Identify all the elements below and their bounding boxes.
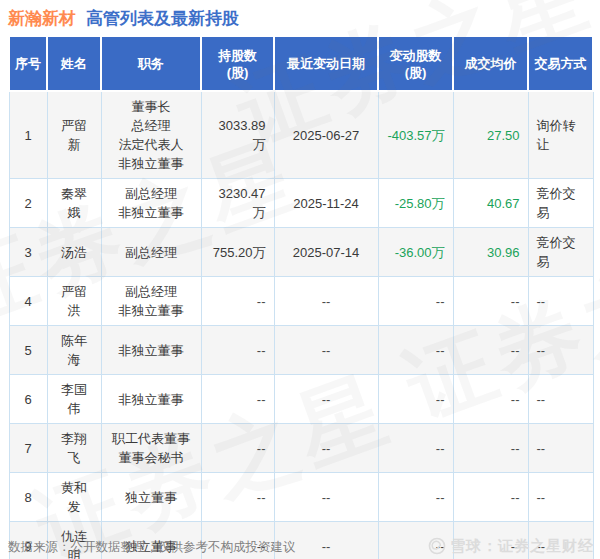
column-header: 序号 xyxy=(9,36,47,91)
brand-text: 雪球：证券之星财经 xyxy=(450,536,594,556)
table-cell: 职工代表董事 董事会秘书 xyxy=(101,424,201,473)
table-cell: 黄和发 xyxy=(47,473,101,522)
table-cell: 非独立董事 xyxy=(101,326,201,375)
table-cell: -- xyxy=(528,277,593,326)
table-cell: 6 xyxy=(9,375,47,424)
xueqiu-logo-icon xyxy=(428,537,446,555)
table-cell: 7 xyxy=(9,424,47,473)
table-cell: 8 xyxy=(9,473,47,522)
data-source-note: 数据来源：公开数据整理，仅供参考不构成投资建议 xyxy=(8,538,296,556)
table-row: 1严留新董事长 总经理 法定代表人 非独立董事3033.89万2025-06-2… xyxy=(9,91,593,179)
table-cell: -- xyxy=(274,326,378,375)
column-header: 成交均价 xyxy=(453,36,528,91)
table-cell: 2025-11-24 xyxy=(274,179,378,228)
table-cell: 副总经理 非独立董事 xyxy=(101,277,201,326)
table-cell: -403.57万 xyxy=(378,91,453,179)
table-cell: -- xyxy=(274,277,378,326)
table-cell: -- xyxy=(378,326,453,375)
table-cell: -- xyxy=(274,375,378,424)
table-cell: -- xyxy=(453,424,528,473)
table-cell: 755.20万 xyxy=(201,228,274,277)
table-cell: 3230.47万 xyxy=(201,179,274,228)
table-cell: -- xyxy=(274,424,378,473)
table-cell: 5 xyxy=(9,326,47,375)
table-cell: -- xyxy=(201,375,274,424)
table-cell: -- xyxy=(201,326,274,375)
column-header: 职务 xyxy=(101,36,201,91)
table-cell: 李国伟 xyxy=(47,375,101,424)
table-row: 6李国伟非独立董事---------- xyxy=(9,375,593,424)
table-cell: -- xyxy=(201,424,274,473)
table-cell: 副总经理 xyxy=(101,228,201,277)
column-header: 持股数 (股) xyxy=(201,36,274,91)
table-row: 8黄和发独立董事---------- xyxy=(9,473,593,522)
executive-holdings-table: 序号姓名职务持股数 (股)最近变动日期变动股数 (股)成交均价交易方式 1严留新… xyxy=(8,35,594,559)
table-cell: 秦翠娥 xyxy=(47,179,101,228)
table-row: 7李翔飞职工代表董事 董事会秘书---------- xyxy=(9,424,593,473)
page-title: 新瀚新材高管列表及最新持股 xyxy=(0,0,600,35)
table-row: 3汤浩副总经理755.20万2025-07-14-36.00万30.96竞价交易 xyxy=(9,228,593,277)
table-cell: -- xyxy=(378,473,453,522)
table-cell: -- xyxy=(528,375,593,424)
table-cell: 竞价交易 xyxy=(528,179,593,228)
table-row: 5陈年海非独立董事---------- xyxy=(9,326,593,375)
brand-watermark: 雪球：证券之星财经 xyxy=(428,536,594,556)
column-header: 姓名 xyxy=(47,36,101,91)
table-cell: 副总经理 非独立董事 xyxy=(101,179,201,228)
table-header-row: 序号姓名职务持股数 (股)最近变动日期变动股数 (股)成交均价交易方式 xyxy=(9,36,593,91)
company-name: 新瀚新材 xyxy=(8,9,76,28)
table-cell: 竞价交易 xyxy=(528,228,593,277)
table-cell: -- xyxy=(274,473,378,522)
table-cell: -- xyxy=(201,473,274,522)
table-cell: -- xyxy=(453,277,528,326)
table-cell: 严留洪 xyxy=(47,277,101,326)
title-text: 高管列表及最新持股 xyxy=(86,9,239,28)
table-cell: 陈年海 xyxy=(47,326,101,375)
table-cell: -- xyxy=(528,326,593,375)
table-cell: 询价转让 xyxy=(528,91,593,179)
table-cell: 2 xyxy=(9,179,47,228)
table-cell: 2025-06-27 xyxy=(274,91,378,179)
table-cell: 1 xyxy=(9,91,47,179)
table-cell: 严留新 xyxy=(47,91,101,179)
column-header: 变动股数 (股) xyxy=(378,36,453,91)
table-cell: 3033.89万 xyxy=(201,91,274,179)
column-header: 最近变动日期 xyxy=(274,36,378,91)
table-cell: 30.96 xyxy=(453,228,528,277)
table-cell: -- xyxy=(528,424,593,473)
holdings-report-card: 证券之星 证券之星 证券之星 证券之星 新瀚新材高管列表及最新持股 序号姓名职务… xyxy=(0,0,600,559)
table-cell: 4 xyxy=(9,277,47,326)
table-cell: -- xyxy=(453,326,528,375)
table-cell: -25.80万 xyxy=(378,179,453,228)
table-cell: 2025-07-14 xyxy=(274,228,378,277)
table-cell: 非独立董事 xyxy=(101,375,201,424)
table-cell: -- xyxy=(528,473,593,522)
table-row: 4严留洪副总经理 非独立董事---------- xyxy=(9,277,593,326)
footer: 数据来源：公开数据整理，仅供参考不构成投资建议 雪球：证券之星财经 xyxy=(0,534,600,556)
table-cell: -- xyxy=(201,277,274,326)
table-cell: 27.50 xyxy=(453,91,528,179)
table-cell: 3 xyxy=(9,228,47,277)
table-cell: 董事长 总经理 法定代表人 非独立董事 xyxy=(101,91,201,179)
table-cell: -- xyxy=(453,473,528,522)
table-cell: 汤浩 xyxy=(47,228,101,277)
table-cell: -- xyxy=(378,424,453,473)
table-cell: -36.00万 xyxy=(378,228,453,277)
table-cell: -- xyxy=(378,375,453,424)
table-cell: -- xyxy=(378,277,453,326)
table-cell: 李翔飞 xyxy=(47,424,101,473)
table-cell: 独立董事 xyxy=(101,473,201,522)
table-cell: -- xyxy=(453,375,528,424)
table-cell: 40.67 xyxy=(453,179,528,228)
table-row: 2秦翠娥副总经理 非独立董事3230.47万2025-11-24-25.80万4… xyxy=(9,179,593,228)
column-header: 交易方式 xyxy=(528,36,593,91)
